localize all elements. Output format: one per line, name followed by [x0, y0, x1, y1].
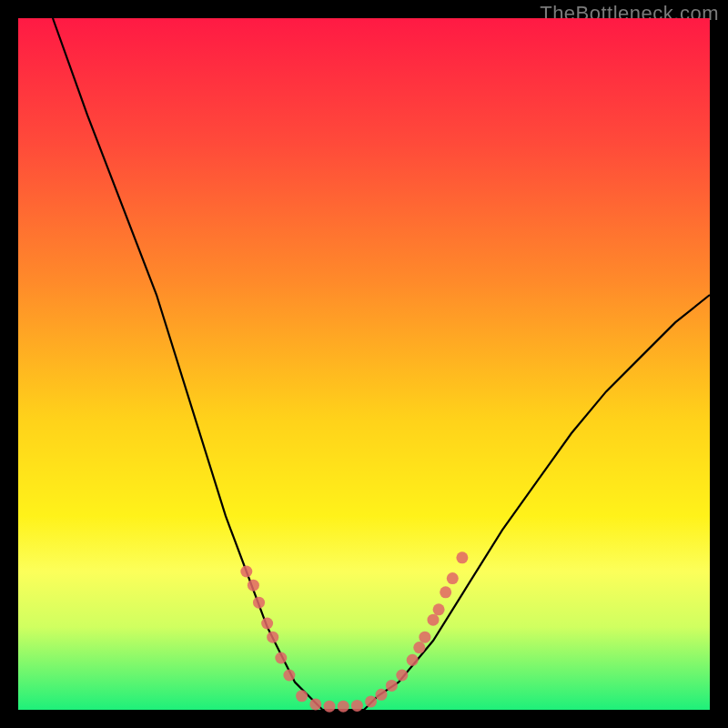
curve-marker [365, 695, 377, 707]
curve-marker [396, 670, 408, 682]
curve-markers [240, 551, 468, 712]
curve-marker [407, 654, 419, 666]
curve-marker [456, 551, 468, 563]
curve-marker [440, 586, 451, 598]
curve-marker [433, 603, 445, 615]
curve-marker [413, 642, 425, 653]
plot-area [18, 18, 710, 710]
curve-marker [419, 632, 430, 643]
bottleneck-curve [53, 18, 710, 710]
curve-marker [309, 698, 321, 710]
curve-marker [296, 690, 308, 702]
curve-marker [253, 597, 265, 609]
curve-marker [386, 680, 398, 692]
curve-marker [447, 572, 459, 584]
curve-marker [376, 689, 388, 701]
curve-marker [248, 580, 259, 592]
curve-marker [338, 701, 349, 713]
chart-frame: TheBottleneck.com [0, 0, 728, 728]
curve-marker [240, 566, 252, 578]
curve-marker [267, 632, 278, 643]
chart-svg [18, 18, 710, 710]
curve-marker [428, 614, 440, 626]
curve-marker [275, 652, 287, 664]
curve-marker [261, 618, 273, 630]
curve-marker [324, 701, 336, 713]
curve-marker [351, 700, 363, 712]
curve-marker [283, 670, 295, 682]
